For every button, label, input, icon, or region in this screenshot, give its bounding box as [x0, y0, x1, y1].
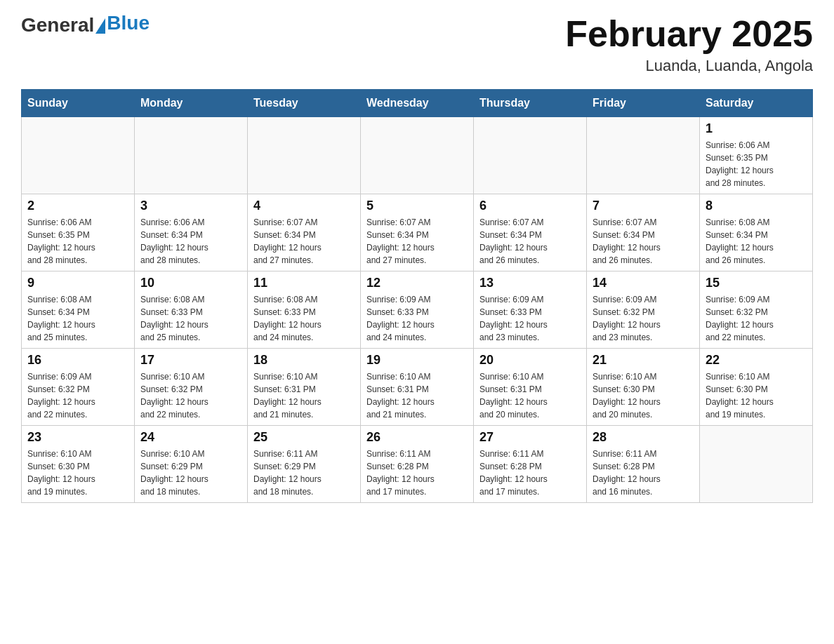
day-number: 17 [140, 353, 241, 368]
calendar-cell: 6Sunrise: 6:07 AM Sunset: 6:34 PM Daylig… [474, 194, 587, 271]
day-number: 15 [706, 276, 807, 290]
calendar-cell: 28Sunrise: 6:11 AM Sunset: 6:28 PM Dayli… [587, 426, 700, 503]
day-info: Sunrise: 6:10 AM Sunset: 6:32 PM Dayligh… [140, 370, 241, 421]
month-year-title: February 2025 [565, 14, 813, 54]
calendar-week-row-1: 1Sunrise: 6:06 AM Sunset: 6:35 PM Daylig… [22, 117, 813, 194]
day-info: Sunrise: 6:11 AM Sunset: 6:28 PM Dayligh… [593, 448, 694, 498]
day-info: Sunrise: 6:10 AM Sunset: 6:29 PM Dayligh… [140, 448, 241, 498]
day-info: Sunrise: 6:11 AM Sunset: 6:29 PM Dayligh… [253, 448, 355, 498]
calendar-cell: 13Sunrise: 6:09 AM Sunset: 6:33 PM Dayli… [474, 271, 587, 349]
day-number: 13 [479, 276, 581, 290]
day-number: 18 [253, 353, 355, 368]
day-info: Sunrise: 6:07 AM Sunset: 6:34 PM Dayligh… [479, 216, 581, 267]
day-number: 10 [140, 276, 241, 290]
day-info: Sunrise: 6:06 AM Sunset: 6:35 PM Dayligh… [27, 216, 128, 267]
day-number: 23 [27, 430, 128, 445]
day-info: Sunrise: 6:10 AM Sunset: 6:31 PM Dayligh… [366, 370, 468, 421]
location-subtitle: Luanda, Luanda, Angola [565, 57, 813, 75]
day-info: Sunrise: 6:08 AM Sunset: 6:34 PM Dayligh… [27, 293, 128, 344]
day-number: 12 [366, 276, 468, 290]
day-info: Sunrise: 6:06 AM Sunset: 6:34 PM Dayligh… [140, 216, 241, 267]
calendar-cell: 22Sunrise: 6:10 AM Sunset: 6:30 PM Dayli… [700, 349, 813, 426]
day-info: Sunrise: 6:08 AM Sunset: 6:33 PM Dayligh… [140, 293, 241, 344]
day-info: Sunrise: 6:07 AM Sunset: 6:34 PM Dayligh… [366, 216, 468, 267]
calendar-cell: 3Sunrise: 6:06 AM Sunset: 6:34 PM Daylig… [135, 194, 248, 271]
day-info: Sunrise: 6:11 AM Sunset: 6:28 PM Dayligh… [479, 448, 581, 498]
day-number: 27 [479, 430, 581, 445]
calendar-cell: 10Sunrise: 6:08 AM Sunset: 6:33 PM Dayli… [135, 271, 248, 349]
calendar-cell: 11Sunrise: 6:08 AM Sunset: 6:33 PM Dayli… [248, 271, 361, 349]
calendar-cell: 17Sunrise: 6:10 AM Sunset: 6:32 PM Dayli… [135, 349, 248, 426]
day-number: 4 [253, 199, 355, 213]
day-number: 22 [706, 353, 807, 368]
calendar-cell: 8Sunrise: 6:08 AM Sunset: 6:34 PM Daylig… [700, 194, 813, 271]
day-info: Sunrise: 6:07 AM Sunset: 6:34 PM Dayligh… [253, 216, 355, 267]
calendar-cell [700, 426, 813, 503]
calendar-cell [135, 117, 248, 194]
calendar-cell [22, 117, 135, 194]
day-number: 24 [140, 430, 241, 445]
day-number: 16 [27, 353, 128, 368]
day-number: 25 [253, 430, 355, 445]
calendar-cell [474, 117, 587, 194]
day-info: Sunrise: 6:07 AM Sunset: 6:34 PM Dayligh… [593, 216, 694, 267]
day-number: 11 [253, 276, 355, 290]
day-number: 8 [706, 199, 807, 213]
calendar-cell: 27Sunrise: 6:11 AM Sunset: 6:28 PM Dayli… [474, 426, 587, 503]
calendar-cell [361, 117, 474, 194]
calendar-week-row-5: 23Sunrise: 6:10 AM Sunset: 6:30 PM Dayli… [22, 426, 813, 503]
calendar-cell: 2Sunrise: 6:06 AM Sunset: 6:35 PM Daylig… [22, 194, 135, 271]
day-info: Sunrise: 6:10 AM Sunset: 6:30 PM Dayligh… [27, 448, 128, 498]
calendar-cell: 16Sunrise: 6:09 AM Sunset: 6:32 PM Dayli… [22, 349, 135, 426]
logo: General Blue [21, 14, 150, 36]
day-number: 21 [593, 353, 694, 368]
calendar-table: SundayMondayTuesdayWednesdayThursdayFrid… [21, 89, 813, 503]
day-info: Sunrise: 6:10 AM Sunset: 6:30 PM Dayligh… [706, 370, 807, 421]
day-info: Sunrise: 6:09 AM Sunset: 6:32 PM Dayligh… [27, 370, 128, 421]
title-block: February 2025 Luanda, Luanda, Angola [565, 14, 813, 75]
day-number: 6 [479, 199, 581, 213]
day-info: Sunrise: 6:09 AM Sunset: 6:33 PM Dayligh… [479, 293, 581, 344]
weekday-header-friday: Friday [587, 90, 700, 117]
day-info: Sunrise: 6:10 AM Sunset: 6:30 PM Dayligh… [593, 370, 694, 421]
calendar-cell: 20Sunrise: 6:10 AM Sunset: 6:31 PM Dayli… [474, 349, 587, 426]
day-number: 28 [593, 430, 694, 445]
day-info: Sunrise: 6:06 AM Sunset: 6:35 PM Dayligh… [706, 139, 807, 189]
calendar-cell: 7Sunrise: 6:07 AM Sunset: 6:34 PM Daylig… [587, 194, 700, 271]
calendar-cell: 18Sunrise: 6:10 AM Sunset: 6:31 PM Dayli… [248, 349, 361, 426]
day-number: 19 [366, 353, 468, 368]
day-number: 7 [593, 199, 694, 213]
day-info: Sunrise: 6:08 AM Sunset: 6:33 PM Dayligh… [253, 293, 355, 344]
calendar-cell [248, 117, 361, 194]
weekday-header-sunday: Sunday [22, 90, 135, 117]
logo-triangle-icon [95, 18, 105, 34]
day-number: 9 [27, 276, 128, 290]
day-number: 26 [366, 430, 468, 445]
calendar-cell: 12Sunrise: 6:09 AM Sunset: 6:33 PM Dayli… [361, 271, 474, 349]
calendar-cell: 23Sunrise: 6:10 AM Sunset: 6:30 PM Dayli… [22, 426, 135, 503]
calendar-cell: 4Sunrise: 6:07 AM Sunset: 6:34 PM Daylig… [248, 194, 361, 271]
calendar-week-row-2: 2Sunrise: 6:06 AM Sunset: 6:35 PM Daylig… [22, 194, 813, 271]
calendar-cell: 25Sunrise: 6:11 AM Sunset: 6:29 PM Dayli… [248, 426, 361, 503]
weekday-header-tuesday: Tuesday [248, 90, 361, 117]
weekday-header-wednesday: Wednesday [361, 90, 474, 117]
calendar-cell: 14Sunrise: 6:09 AM Sunset: 6:32 PM Dayli… [587, 271, 700, 349]
day-info: Sunrise: 6:10 AM Sunset: 6:31 PM Dayligh… [253, 370, 355, 421]
calendar-week-row-3: 9Sunrise: 6:08 AM Sunset: 6:34 PM Daylig… [22, 271, 813, 349]
calendar-cell: 9Sunrise: 6:08 AM Sunset: 6:34 PM Daylig… [22, 271, 135, 349]
day-info: Sunrise: 6:09 AM Sunset: 6:33 PM Dayligh… [366, 293, 468, 344]
calendar-cell: 21Sunrise: 6:10 AM Sunset: 6:30 PM Dayli… [587, 349, 700, 426]
day-number: 2 [27, 199, 128, 213]
calendar-cell: 1Sunrise: 6:06 AM Sunset: 6:35 PM Daylig… [700, 117, 813, 194]
weekday-header-saturday: Saturday [700, 90, 813, 117]
calendar-cell: 15Sunrise: 6:09 AM Sunset: 6:32 PM Dayli… [700, 271, 813, 349]
calendar-cell: 26Sunrise: 6:11 AM Sunset: 6:28 PM Dayli… [361, 426, 474, 503]
calendar-cell: 19Sunrise: 6:10 AM Sunset: 6:31 PM Dayli… [361, 349, 474, 426]
page-header: General Blue February 2025 Luanda, Luand… [21, 14, 813, 75]
weekday-header-row: SundayMondayTuesdayWednesdayThursdayFrid… [22, 90, 813, 117]
calendar-cell: 24Sunrise: 6:10 AM Sunset: 6:29 PM Dayli… [135, 426, 248, 503]
day-number: 3 [140, 199, 241, 213]
day-number: 1 [706, 121, 807, 136]
day-number: 5 [366, 199, 468, 213]
logo-text-blue: Blue [105, 12, 150, 34]
